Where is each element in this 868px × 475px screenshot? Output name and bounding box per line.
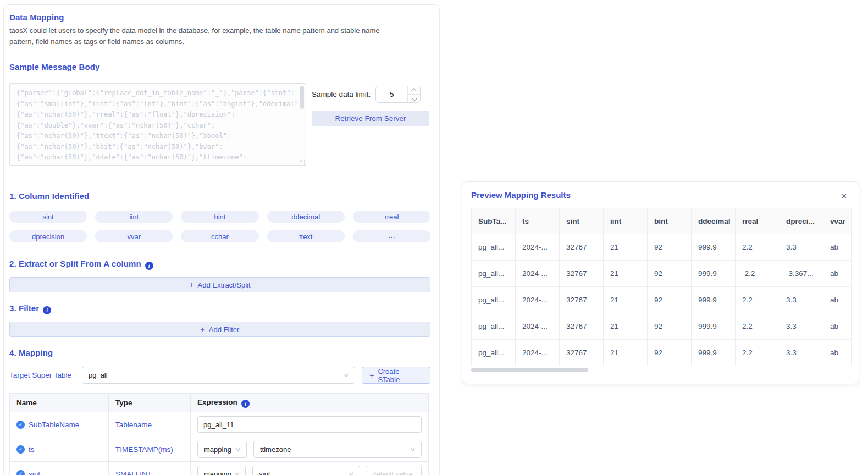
- field-type: TIMESTAMP(ms): [109, 437, 191, 462]
- preview-cell: 32767: [560, 287, 604, 313]
- preview-cell: 92: [648, 340, 692, 366]
- plus-icon: +: [201, 325, 205, 334]
- source-column-value: sint: [259, 470, 270, 475]
- chevron-down-icon: ∨: [344, 372, 350, 379]
- field-name: ts: [29, 445, 35, 454]
- preview-cell: 999.9: [692, 287, 736, 313]
- check-icon[interactable]: ✓: [16, 421, 25, 429]
- code-line: {"as":"nchar(50)"},"ddate":{"as":"nchar(…: [16, 152, 295, 163]
- add-filter-button[interactable]: + Add Filter: [9, 322, 430, 337]
- column-chip[interactable]: rreal: [353, 211, 430, 223]
- chevron-up-icon: [411, 88, 417, 93]
- identified-columns: sint iint bint ddecimal rreal dprecision…: [9, 211, 430, 242]
- column-chip[interactable]: ddecimal: [267, 211, 345, 223]
- stepper-down-button[interactable]: [408, 94, 420, 102]
- preview-cell: 999.9: [692, 234, 736, 261]
- resize-handle-icon[interactable]: [300, 160, 305, 165]
- stepper-up-button[interactable]: [408, 86, 420, 94]
- data-mapping-card: Data Mapping taosX could let users to sp…: [3, 4, 440, 475]
- sample-message-textarea[interactable]: {"parser":{"global":{"replace_dot_in_tab…: [9, 83, 306, 166]
- target-super-table-label: Target Super Table: [9, 371, 82, 379]
- chevron-down-icon: ∨: [410, 446, 416, 453]
- target-super-table-select[interactable]: pg_all ∨: [82, 367, 355, 384]
- preview-data-row: pg_all... 2024-... 32767 21 92 999.9 2.2…: [472, 287, 852, 313]
- mapping-header-expression-text: Expression: [197, 398, 237, 406]
- source-column-select[interactable]: sint ∨: [252, 466, 360, 475]
- column-chip[interactable]: iint: [95, 211, 173, 223]
- code-line: {"as":"nchar(50)"},"bbit":{"as":"nchar(5…: [16, 142, 295, 153]
- extract-split-title-text: 2. Extract or Split From A column: [9, 259, 141, 268]
- add-extract-split-button[interactable]: + Add Extract/Split: [9, 277, 430, 292]
- preview-cell: ab: [823, 340, 852, 366]
- chevron-down-icon: ∨: [349, 471, 355, 475]
- preview-cell: 21: [604, 340, 648, 366]
- preview-data-row: pg_all... 2024-... 32767 21 92 999.9 2.2…: [472, 234, 852, 261]
- preview-cell: 21: [604, 313, 648, 340]
- column-chip[interactable]: cchar: [181, 230, 258, 242]
- preview-cell: 2024-...: [516, 234, 560, 261]
- column-chip[interactable]: vvar: [95, 230, 173, 242]
- mapping-table-header-row: Name Type Expressioni: [10, 394, 429, 412]
- horizontal-scrollbar[interactable]: [471, 368, 588, 372]
- preview-cell: 2.2: [736, 340, 779, 366]
- field-name: SubTableName: [29, 421, 79, 429]
- sample-controls: Sample data limit: Retrieve From Server: [312, 83, 429, 166]
- add-extract-split-label: Add Extract/Split: [198, 281, 251, 289]
- preview-cell: 999.9: [692, 261, 736, 287]
- subtable-expression-input[interactable]: [197, 416, 422, 433]
- mapping-title: 4. Mapping: [9, 348, 430, 357]
- sample-data-limit-value[interactable]: [376, 86, 407, 102]
- info-icon[interactable]: i: [43, 306, 51, 314]
- plus-icon: +: [189, 280, 193, 289]
- preview-header-cell: dpreci...: [779, 208, 823, 234]
- preview-panel-title: Preview Mapping Results: [471, 190, 850, 200]
- vertical-scrollbar[interactable]: [300, 86, 304, 109]
- chevron-down-icon: [412, 95, 417, 101]
- column-chip[interactable]: sint: [9, 211, 87, 223]
- close-icon[interactable]: ✕: [841, 192, 847, 200]
- info-icon[interactable]: i: [145, 262, 153, 270]
- preview-results-table: SubTa... ts sint iint bint ddecimal rrea…: [471, 208, 852, 366]
- field-name: sint: [29, 470, 40, 475]
- sample-data-limit-input[interactable]: [375, 86, 421, 103]
- column-identified-title: 1. Column Identified: [9, 191, 430, 201]
- plus-icon: +: [369, 371, 374, 380]
- column-chip[interactable]: dprecision: [9, 230, 87, 242]
- preview-mapping-results-panel: Preview Mapping Results ✕ SubTa... ts si…: [462, 181, 859, 384]
- preview-cell: 92: [648, 287, 692, 313]
- field-type: SMALLINT: [109, 462, 191, 475]
- column-chip-more[interactable]: ···: [353, 230, 430, 242]
- chevron-down-icon: ∨: [235, 446, 241, 453]
- target-super-table-value: pg_all: [89, 371, 108, 379]
- preview-data-row: pg_all... 2024-... 32767 21 92 999.9 2.2…: [472, 340, 852, 366]
- check-icon[interactable]: ✓: [16, 470, 25, 475]
- preview-cell: 3.3: [779, 287, 823, 313]
- preview-cell: 999.9: [692, 313, 736, 340]
- preview-data-row: pg_all... 2024-... 32767 21 92 999.9 -2.…: [472, 261, 852, 287]
- default-value-input[interactable]: [367, 466, 422, 475]
- source-column-value: ttimezone: [260, 445, 291, 454]
- column-chip[interactable]: ttext: [267, 230, 345, 242]
- source-column-select[interactable]: ttimezone ∨: [253, 441, 422, 458]
- expression-type-select[interactable]: mapping ∨: [197, 441, 247, 458]
- preview-cell: 32767: [560, 313, 604, 340]
- mapping-row-subtablename: ✓ SubTableName Tablename: [10, 412, 429, 437]
- code-line: {"parser":{"global":{"replace_dot_in_tab…: [16, 88, 295, 99]
- preview-cell: 21: [604, 261, 648, 287]
- check-icon[interactable]: ✓: [16, 445, 25, 454]
- code-line: {"as":"double"},"vvar":{"as":"nchar(50)"…: [16, 120, 295, 131]
- preview-cell: 21: [604, 287, 648, 313]
- extract-split-title: 2. Extract or Split From A columni: [9, 259, 430, 270]
- code-line: {"as":"timestamp"},"ttimezonens":{"as":"…: [16, 163, 295, 167]
- preview-cell: pg_all...: [472, 234, 516, 261]
- column-chip[interactable]: bint: [181, 211, 258, 223]
- preview-cell: -2.2: [736, 261, 779, 287]
- create-stable-button[interactable]: + Create STable: [362, 367, 430, 384]
- expression-type-select[interactable]: mapping ∨: [197, 466, 246, 475]
- info-icon[interactable]: i: [241, 400, 250, 408]
- preview-cell: pg_all...: [472, 340, 516, 366]
- preview-cell: 999.9: [692, 340, 736, 366]
- retrieve-from-server-button[interactable]: Retrieve From Server: [312, 111, 429, 126]
- preview-header-cell: iint: [604, 208, 648, 234]
- preview-cell: 32767: [560, 340, 604, 366]
